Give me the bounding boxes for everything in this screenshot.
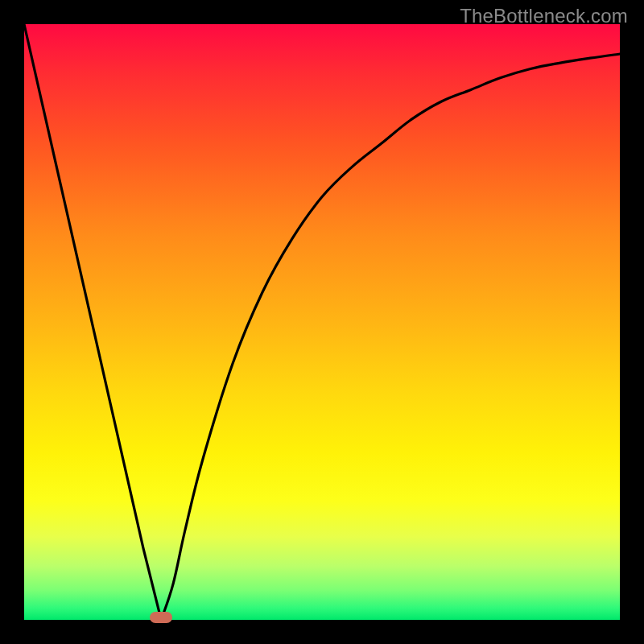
bottleneck-curve	[24, 24, 620, 620]
chart-frame: TheBottleneck.com	[0, 0, 644, 644]
minimum-marker	[150, 612, 172, 623]
curve-svg	[24, 24, 620, 620]
plot-area	[24, 24, 620, 620]
